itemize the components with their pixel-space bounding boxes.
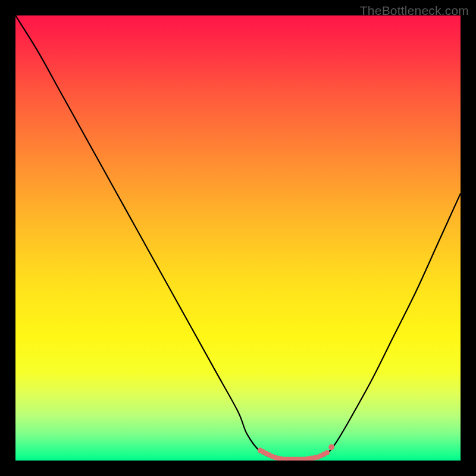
plot-area: [15, 15, 461, 461]
trough-marker-band: [258, 448, 330, 461]
watermark-text: TheBottleneck.com: [360, 4, 469, 18]
bottleneck-curve: [15, 15, 461, 461]
trough-dot: [324, 450, 330, 455]
curve-end-dot: [328, 444, 334, 450]
curve-svg: [15, 15, 461, 461]
